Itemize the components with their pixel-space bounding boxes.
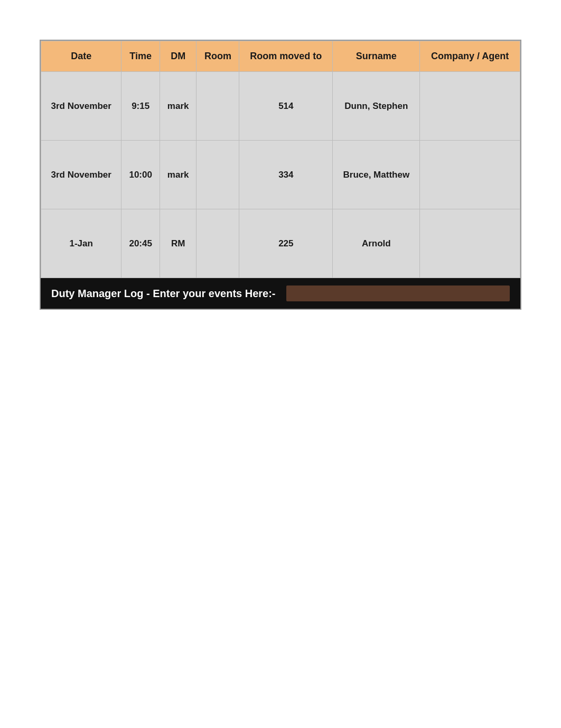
- cell-time-0[interactable]: 9:15: [121, 72, 160, 141]
- cell-room-2[interactable]: [197, 209, 239, 278]
- table-header: Date Time DM Room Room moved to Surname …: [41, 41, 520, 72]
- cell-dm-0[interactable]: mark: [160, 72, 196, 141]
- cell-date-2[interactable]: 1-Jan: [41, 209, 121, 278]
- footer-label: Duty Manager Log - Enter your events Her…: [51, 288, 276, 300]
- cell-surname-0[interactable]: Dunn, Stephen: [333, 72, 420, 141]
- table-container: Date Time DM Room Room moved to Surname …: [40, 40, 521, 310]
- main-table: Date Time DM Room Room moved to Surname …: [41, 41, 520, 278]
- cell-company-agent-1[interactable]: [420, 141, 520, 209]
- cell-room-moved-to-1[interactable]: 334: [239, 141, 333, 209]
- footer-bar: Duty Manager Log - Enter your events Her…: [41, 278, 520, 309]
- cell-time-2[interactable]: 20:45: [121, 209, 160, 278]
- cell-dm-1[interactable]: mark: [160, 141, 196, 209]
- col-header-time: Time: [121, 41, 160, 72]
- col-header-company-agent: Company / Agent: [420, 41, 520, 72]
- col-header-room-moved-to: Room moved to: [239, 41, 333, 72]
- cell-company-agent-0[interactable]: [420, 72, 520, 141]
- cell-room-0[interactable]: [197, 72, 239, 141]
- cell-room-moved-to-2[interactable]: 225: [239, 209, 333, 278]
- cell-time-1[interactable]: 10:00: [121, 141, 160, 209]
- col-header-date: Date: [41, 41, 121, 72]
- table-row: 3rd November 10:00 mark 334 Bruce, Matth…: [41, 141, 520, 209]
- table-row: 1-Jan 20:45 RM 225 Arnold: [41, 209, 520, 278]
- cell-company-agent-2[interactable]: [420, 209, 520, 278]
- col-header-dm: DM: [160, 41, 196, 72]
- page-wrapper: Date Time DM Room Room moved to Surname …: [0, 0, 561, 310]
- header-row: Date Time DM Room Room moved to Surname …: [41, 41, 520, 72]
- table-body: 3rd November 9:15 mark 514 Dunn, Stephen…: [41, 72, 520, 278]
- cell-date-0[interactable]: 3rd November: [41, 72, 121, 141]
- footer-input-area[interactable]: [286, 285, 510, 301]
- cell-room-1[interactable]: [197, 141, 239, 209]
- cell-dm-2[interactable]: RM: [160, 209, 196, 278]
- cell-surname-1[interactable]: Bruce, Matthew: [333, 141, 420, 209]
- cell-room-moved-to-0[interactable]: 514: [239, 72, 333, 141]
- cell-surname-2[interactable]: Arnold: [333, 209, 420, 278]
- cell-date-1[interactable]: 3rd November: [41, 141, 121, 209]
- col-header-room: Room: [197, 41, 239, 72]
- table-row: 3rd November 9:15 mark 514 Dunn, Stephen: [41, 72, 520, 141]
- col-header-surname: Surname: [333, 41, 420, 72]
